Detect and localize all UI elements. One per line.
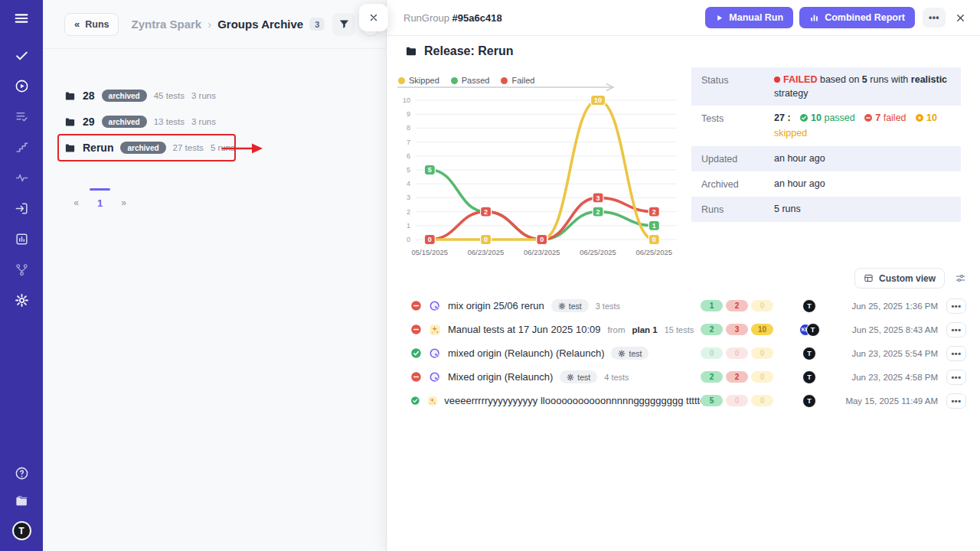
sliders-icon [955,272,966,284]
archived-badge: archived [120,142,165,154]
pagination: « 1 » [64,188,136,214]
group-tests-count: 27 tests [173,143,204,152]
projects-icon [15,494,29,508]
bar-chart-icon [809,13,819,23]
run-more-button[interactable]: ••• [946,370,966,385]
run-row-5[interactable]: veeeerrrrryyyyyyyyyy llooooooooooonnnnng… [387,389,980,412]
group-name: Rerun [83,142,113,154]
nav-item-projects[interactable] [15,494,29,508]
svg-text:5: 5 [407,166,410,174]
nav-item-branch[interactable] [15,262,29,277]
legend-item-failed[interactable]: Failed [501,76,534,85]
svg-text:8: 8 [407,124,410,132]
more-options-button[interactable]: ••• [923,8,946,28]
run-row-1[interactable]: mix origin 25/06 reruntest3 tests120TJun… [387,294,980,318]
nav-item-steps[interactable] [15,140,29,155]
run-avatars: KBT [785,323,834,337]
run-title[interactable]: veeeerrrrryyyyyyyyyy llooooooooooonnnnng… [444,395,701,406]
run-date: Jun 25, 2025 8:43 AM [837,325,938,334]
avatar-t: T [802,299,816,313]
tests-value: 27 : 10 passed 7 failed 10 skipped [774,111,951,140]
run-tag-pill[interactable]: test [551,299,589,312]
failed-dot-icon [774,77,780,83]
run-row-4[interactable]: Mixed origin (Relaunch)test4 tests220TJu… [387,365,980,389]
manual-run-button[interactable]: Manual Run [705,7,793,28]
count-pill: 5 [701,395,723,406]
group-row-29[interactable]: 29archived13 tests3 runs [64,109,216,135]
pagination-next[interactable]: » [112,188,136,214]
run-more-button[interactable]: ••• [946,298,966,314]
back-to-runs-button[interactable]: « Runs [64,13,119,36]
avatar-t: T [802,394,816,408]
detail-close-button[interactable] [955,12,966,24]
nav-item-import[interactable] [15,201,29,216]
avatar-t: T [802,347,816,360]
run-more-button[interactable]: ••• [946,322,966,337]
svg-text:9: 9 [407,110,410,118]
run-plan-link[interactable]: plan 1 [632,325,657,334]
run-passed-icon [410,395,420,406]
svg-text:2: 2 [484,208,488,216]
run-more-button[interactable]: ••• [946,393,966,409]
run-row-3[interactable]: mixed origin (Relaunch) (Relaunch)test00… [387,341,980,365]
count-pill: 10 [751,324,773,335]
run-list: mix origin 25/06 reruntest3 tests120TJun… [387,294,980,412]
run-tests-count: 4 tests [604,373,629,382]
nav-item-report[interactable] [15,232,29,246]
svg-text:05/15/2025: 05/15/2025 [412,248,449,256]
run-row-2[interactable]: Manual tests at 17 Jun 2025 10:09frompla… [387,318,980,341]
result-pills: 220 [701,371,776,383]
breadcrumb-project[interactable]: Zyntra Spark [131,18,201,31]
run-date: May 15, 2025 11:49 AM [837,396,938,406]
nav-item-play-circle[interactable] [15,79,29,93]
count-pill: 3 [726,324,748,335]
result-pills: 500 [701,395,776,406]
run-title[interactable]: mix origin 25/06 rerun [448,300,544,311]
svg-text:1: 1 [652,222,656,230]
pagination-prev[interactable]: « [64,188,88,214]
svg-text:6: 6 [407,152,410,160]
result-pills: 120 [701,300,776,311]
info-row-runs: Runs 5 runs [691,197,961,222]
hamburger-menu-icon[interactable] [13,10,30,30]
branch-icon [15,262,29,277]
chart-legend: SkippedPassedFailed [398,76,534,85]
user-avatar[interactable]: T [12,521,31,540]
run-title[interactable]: Manual tests at 17 Jun 2025 10:09 [448,324,600,335]
breadcrumb: Zyntra Spark › Groups Archive 3 [131,18,325,31]
archived-badge: archived [102,90,147,102]
run-title[interactable]: Mixed origin (Relaunch) [448,371,553,383]
pagination-page-1[interactable]: 1 [88,188,112,214]
run-tag-pill[interactable]: test [611,347,648,360]
import-icon [15,201,29,216]
group-row-28[interactable]: 28archived45 tests3 runs [64,83,216,109]
group-list: 28archived45 tests3 runs29archived13 tes… [64,83,235,161]
group-tests-count: 13 tests [154,117,185,126]
count-pill: 2 [726,300,748,311]
panel-close-button[interactable] [359,4,388,31]
run-tag-pill[interactable]: test [560,370,597,383]
run-meta: 500TMay 15, 2025 11:49 AM••• [701,393,966,409]
nav-item-check[interactable] [15,48,29,63]
run-failed-icon [410,371,422,383]
gear-icon [558,302,566,310]
combined-report-button[interactable]: Combined Report [799,7,915,28]
runs-label: Runs [701,202,774,217]
filter-button[interactable] [332,13,355,36]
custom-view-button[interactable]: Custom view [854,268,945,289]
group-name: 28 [83,90,95,102]
nav-item-list-check[interactable] [15,109,29,124]
run-info: Manual tests at 17 Jun 2025 10:09frompla… [410,324,701,336]
legend-item-skipped[interactable]: Skipped [398,76,439,85]
nav-item-help[interactable] [15,466,29,481]
run-more-button[interactable]: ••• [946,346,966,361]
view-settings-button[interactable] [955,272,966,284]
legend-item-passed[interactable]: Passed [451,76,490,85]
nav-item-pulse[interactable] [15,171,29,185]
run-avatars: T [785,370,834,384]
run-title[interactable]: mixed origin (Relaunch) (Relaunch) [448,347,604,359]
rungroup-info-table: Status FAILED based on 5 runs with reali… [691,67,961,222]
svg-text:4: 4 [407,180,410,187]
group-row-rerun[interactable]: Rerunarchived27 tests5 runs [64,135,235,161]
nav-item-settings[interactable] [15,293,29,308]
